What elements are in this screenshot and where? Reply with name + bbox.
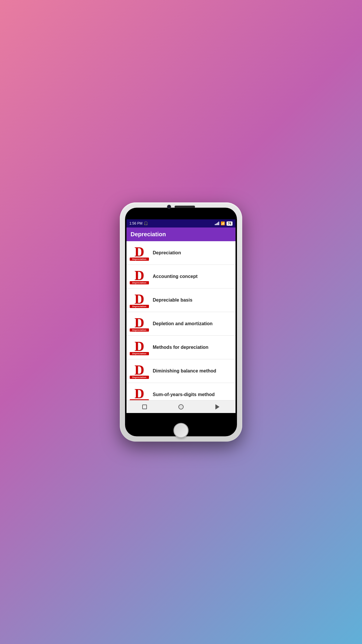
triangle-icon xyxy=(215,404,219,410)
dep-label: Depreciation xyxy=(130,352,149,355)
time-text: 1:56 PM xyxy=(129,221,143,225)
dep-icon: D Depreciation xyxy=(129,290,150,311)
list-item[interactable]: D Depreciation Methods for depreciation xyxy=(126,336,236,359)
phone-screen-area: 1:56 PM 🎧 📶 74 Depreciation xyxy=(125,208,237,436)
dep-icon: D Depreciation xyxy=(129,266,150,287)
wifi-icon: 📶 xyxy=(221,221,225,225)
phone-top-sensors xyxy=(167,205,195,209)
dep-icon: D Depreciation xyxy=(129,360,150,382)
screen: 1:56 PM 🎧 📶 74 Depreciation xyxy=(126,219,236,413)
list-item[interactable]: D Depreciation Depletion and amortizatio… xyxy=(126,312,236,336)
home-button[interactable] xyxy=(173,423,189,438)
dep-label: Depreciation xyxy=(130,376,149,379)
list-item[interactable]: D Depreciation Diminishing balance metho… xyxy=(126,359,236,383)
status-time: 1:56 PM 🎧 xyxy=(129,221,148,225)
app-header: Depreciation xyxy=(126,228,236,241)
list-item[interactable]: D Depreciation Accounting concept xyxy=(126,265,236,288)
item-label: Diminishing balance method xyxy=(153,368,233,374)
dep-letter: D xyxy=(134,340,144,353)
dep-icon: D Depreciation xyxy=(129,313,150,334)
dep-label: Depreciation xyxy=(130,258,149,261)
dep-icon: D Depreciation xyxy=(129,337,150,358)
dep-label: Depreciation xyxy=(130,281,149,284)
item-label: Methods for depreciation xyxy=(153,345,233,350)
nav-home-button[interactable] xyxy=(176,403,186,411)
dep-letter: D xyxy=(134,316,144,330)
signal-icon xyxy=(215,222,219,225)
speaker xyxy=(175,206,195,208)
nav-square-button[interactable] xyxy=(139,403,150,411)
dep-label: Depreciation xyxy=(130,328,149,332)
list-item[interactable]: D Depreciation Sum-of-years-digits metho… xyxy=(126,383,236,400)
headphone-icon: 🎧 xyxy=(144,221,148,225)
circle-icon xyxy=(178,404,184,410)
nav-back-button[interactable] xyxy=(212,403,223,411)
dep-letter: D xyxy=(134,387,144,400)
dep-letter: D xyxy=(134,293,144,306)
dep-label: Depreciation xyxy=(130,305,149,308)
list-container: D Depreciation Depreciation D Depreciati… xyxy=(126,241,236,400)
phone-frame: 1:56 PM 🎧 📶 74 Depreciation xyxy=(120,202,242,442)
dep-letter: D xyxy=(134,363,144,377)
status-icons: 📶 74 xyxy=(215,221,233,226)
battery-icon: 74 xyxy=(226,221,233,226)
front-camera xyxy=(167,205,171,209)
dep-icon: D Depreciation xyxy=(129,384,150,400)
app-title: Depreciation xyxy=(131,231,231,238)
item-label: Depreciable basis xyxy=(153,298,233,303)
item-label: Accounting concept xyxy=(153,274,233,279)
dep-letter: D xyxy=(134,245,144,259)
status-bar: 1:56 PM 🎧 📶 74 xyxy=(126,219,236,228)
list-item[interactable]: D Depreciation Depreciation xyxy=(126,241,236,265)
dep-label: Depreciation xyxy=(130,399,149,400)
list-item[interactable]: D Depreciation Depreciable basis xyxy=(126,288,236,312)
square-icon xyxy=(142,405,147,409)
item-label: Depletion and amortization xyxy=(153,321,233,326)
bottom-nav xyxy=(126,400,236,413)
dep-letter: D xyxy=(134,269,144,282)
item-label: Sum-of-years-digits method xyxy=(153,392,233,397)
dep-icon: D Depreciation xyxy=(129,242,150,263)
item-label: Depreciation xyxy=(153,250,233,256)
